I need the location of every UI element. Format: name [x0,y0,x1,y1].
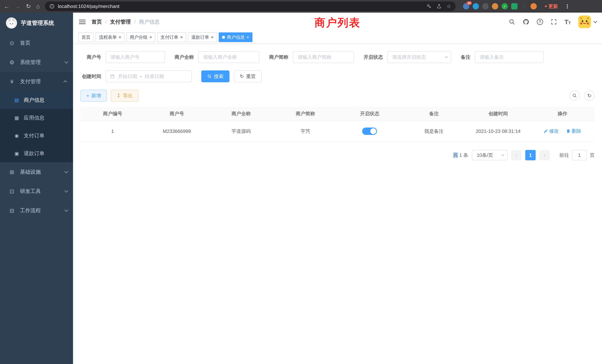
filter-row-1: 商户号 商户全称 商户简称 开启状态 请选择开启状态 [80,51,595,63]
help-icon[interactable]: ? [537,19,543,25]
sidebar-item-workflow[interactable]: ⊟ 工作流程 [0,201,73,220]
extension-icons: 10 ✓ [463,3,537,10]
add-button[interactable]: + 新增 [80,90,107,102]
page-unit-label: 页 [590,152,595,159]
dashboard-icon: ⊙ [7,40,16,46]
screen: ← → ↻ ⌂ localhost:1024/pay/merchant ☆ 10 [0,0,602,364]
browser-back-icon[interactable]: ← [4,3,10,9]
browser-reload-icon[interactable]: ↻ [26,3,31,9]
order-icon: ◉ [13,133,21,139]
user-menu[interactable] [578,16,596,28]
browser-home-icon[interactable]: ⌂ [36,3,40,9]
table-row: 1 M233666999 芋道源码 芋艿 我是备注 2021-10-23 08:… [80,121,595,142]
short-name-label: 商户简称 [269,54,288,60]
user-avatar [578,16,591,28]
merchant-no-input[interactable] [106,51,165,63]
extension-dark-icon[interactable] [482,3,489,10]
edit-button[interactable]: 修改 [544,128,559,134]
extension-puzzle-icon[interactable]: 10 [463,3,469,10]
devtools-icon: ⊡ [7,188,16,195]
close-icon[interactable]: × [247,35,249,40]
goto-page-input[interactable] [572,150,587,160]
browser-forward-icon[interactable]: → [15,3,21,9]
workflow-icon: ⊟ [7,207,16,214]
bookmark-star-icon[interactable]: ☆ [447,3,451,10]
close-icon[interactable]: × [180,35,183,40]
tags-view: 首页 流程表单× 用户分组× 支付订单× 退款订单× 商户信息× [73,31,602,44]
col-short-name: 商户简称 [273,107,337,121]
cell-short-name: 芋艿 [273,121,337,142]
col-actions: 操作 [530,107,595,121]
delete-button[interactable]: 删除 [566,128,581,134]
chevron-down-icon [501,153,504,156]
prev-page-button[interactable]: ‹ [511,150,522,160]
sidebar-item-infrastructure[interactable]: ⊞ 基础设施 [0,162,73,182]
tab-home[interactable]: 首页 [78,32,94,42]
tab-process-form[interactable]: 流程表单× [96,32,125,42]
tab-refund-order[interactable]: 退款订单× [188,32,217,42]
profile-avatar-icon[interactable] [530,3,537,10]
browser-menu-icon[interactable]: ⋮ [565,3,570,10]
font-size-icon[interactable]: TT [565,19,571,25]
col-remark: 备注 [402,107,466,121]
sidebar-item-devtools[interactable]: ⊡ 研发工具 [0,182,73,201]
close-icon[interactable]: × [119,35,121,40]
filter-row-2: 创建时间 开始日期 - 结束日期 搜索 [80,70,595,82]
sidebar-subitem-merchant-info[interactable]: ▤ 商户信息 [0,91,73,109]
remark-input[interactable] [475,51,544,63]
close-icon[interactable]: × [149,35,152,40]
toggle-search-button[interactable] [569,90,580,101]
sidebar-item-home[interactable]: ⊙ 首页 [0,33,73,53]
sidebar-subitem-refund-order[interactable]: ▣ 退款订单 [0,145,73,162]
search-icon [207,74,212,79]
chevron-down-icon [64,189,68,193]
extension-check-icon[interactable]: ✓ [502,3,508,10]
export-button[interactable]: ↧ 导出 [111,90,139,102]
page-number-1[interactable]: 1 [525,150,536,160]
sidebar-item-payment[interactable]: ¥ 支付管理 [0,72,73,91]
share-icon[interactable] [437,4,442,9]
tab-user-group[interactable]: 用户分组× [126,32,155,42]
close-icon[interactable]: × [211,35,214,40]
pencil-icon [544,129,548,133]
reset-button[interactable]: ↻ 重置 [234,70,262,82]
app-logo[interactable]: 芋道管理系统 [0,13,73,33]
breadcrumb-payment[interactable]: 支付管理 [110,18,131,25]
address-bar[interactable]: localhost:1024/pay/merchant ☆ [45,1,456,11]
tab-pay-order[interactable]: 支付订单× [157,32,186,42]
sidebar-subitem-pay-order[interactable]: ◉ 支付订单 [0,127,73,145]
extension-green-square-icon[interactable] [511,3,517,10]
search-icon[interactable] [509,19,515,25]
cell-merchant-id: 1 [80,121,145,142]
hamburger-icon[interactable] [79,20,86,24]
page-size-select[interactable]: 10条/页 [472,150,507,160]
tab-merchant-info[interactable]: 商户信息× [219,32,252,42]
create-time-range-picker[interactable]: 开始日期 - 结束日期 [106,70,192,82]
sidebar-item-system[interactable]: ⚙ 系统管理 [0,53,73,72]
create-time-label: 创建时间 [80,73,101,80]
next-page-button[interactable]: › [539,150,550,160]
extension-avatar-icon[interactable] [492,3,498,10]
browser-update-button[interactable]: 更新 [545,3,558,10]
site-info-icon[interactable] [49,4,54,9]
logo-rabbit-icon [6,17,17,29]
cell-merchant-no: M233666999 [145,121,209,142]
breadcrumb-home[interactable]: 首页 [92,18,102,25]
pagination: 共 1 条 10条/页 ‹ 1 › 前往 页 [80,150,595,160]
sidebar-subitem-app-info[interactable]: ▦ 应用信息 [0,109,73,127]
search-button[interactable]: 搜索 [201,70,229,82]
password-key-icon[interactable] [427,4,432,9]
status-toggle[interactable] [362,128,377,135]
status-select[interactable]: 请选择开启状态 [387,51,451,63]
refresh-table-button[interactable]: ↻ [584,90,595,101]
fullscreen-icon[interactable] [550,19,557,25]
extension-pin-icon[interactable] [521,3,527,10]
short-name-input[interactable] [293,51,354,63]
full-name-input[interactable] [198,51,259,63]
chevron-down-icon [593,20,597,23]
github-icon[interactable] [523,19,529,25]
active-dot [222,36,225,39]
col-full-name: 商户全称 [209,107,273,121]
browser-toolbar: ← → ↻ ⌂ localhost:1024/pay/merchant ☆ 10 [0,0,602,13]
extension-drop-icon[interactable] [473,3,479,10]
